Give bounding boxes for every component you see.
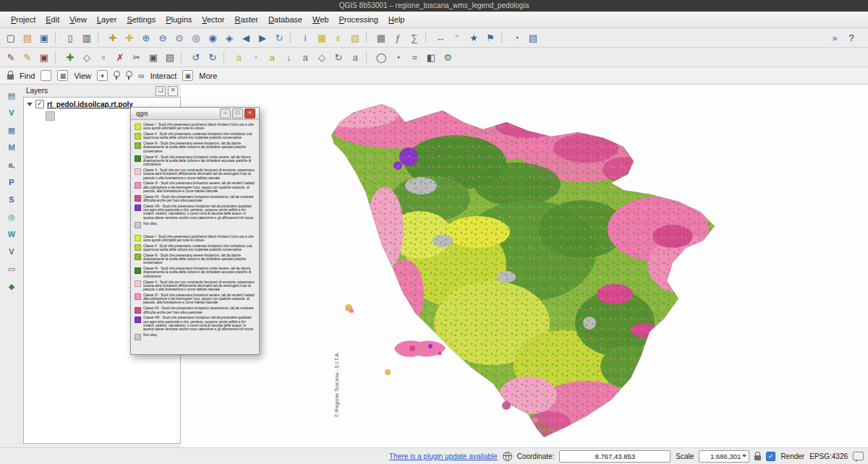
more-label[interactable]: More (199, 72, 217, 80)
map-tips-icon[interactable]: “ (449, 30, 465, 46)
pan-to-selection-icon[interactable]: ✚ (122, 30, 137, 46)
menu-layer[interactable]: Layer (92, 15, 122, 24)
show-hide-labels-icon[interactable]: a (297, 49, 313, 65)
statistical-summary-icon[interactable]: ∑ (407, 30, 422, 46)
temporal-controller-icon[interactable]: ◔ (509, 30, 524, 46)
interact-icon[interactable]: ▣ (182, 70, 193, 81)
coordinate-input[interactable] (559, 450, 671, 463)
menu-plugins[interactable]: Plugins (161, 15, 197, 24)
menu-settings[interactable]: Settings (122, 15, 161, 24)
zoom-native-icon[interactable]: ⊙ (171, 30, 187, 46)
close-button[interactable]: × (244, 108, 255, 119)
zoom-last-icon[interactable]: ◀ (238, 30, 254, 46)
menu-web[interactable]: Web (307, 15, 333, 24)
save-layer-edits-icon[interactable]: ▣ (36, 49, 52, 65)
deselect-features-icon[interactable]: ▧ (347, 30, 363, 46)
new-geopackage-layer-icon[interactable]: ◆ (3, 278, 20, 294)
zoom-out-icon[interactable]: ⊖ (155, 30, 171, 46)
pin-alt-icon[interactable] (126, 71, 132, 77)
save-project-icon[interactable]: ▣ (36, 30, 52, 46)
open-layer-styling-icon[interactable]: ◧ (423, 49, 439, 65)
move-label-icon[interactable]: ◇ (314, 49, 330, 65)
maximize-button[interactable]: □ (232, 108, 243, 119)
scale-combo[interactable]: 1:686,301 (699, 450, 749, 463)
expand-arrow-icon[interactable] (27, 103, 33, 106)
menu-raster[interactable]: Raster (229, 15, 263, 24)
map-canvas[interactable]: © Regione Toscana - S.I.T.A. (181, 85, 868, 448)
menu-help[interactable]: Help (383, 15, 410, 24)
select-features-icon[interactable]: ▦ (314, 30, 330, 46)
layer-name[interactable]: rt_pedol.idsoilcap.rt.poly (47, 100, 133, 108)
copy-features-icon[interactable]: ▣ (145, 49, 161, 65)
layer-checkbox[interactable] (35, 100, 44, 108)
add-vector-layer-icon[interactable]: V (3, 105, 20, 121)
add-delimited-text-layer-icon[interactable]: a, (3, 157, 20, 173)
new-print-layout-icon[interactable]: ▯ (62, 30, 78, 46)
measure-line-icon[interactable]: ↔ (433, 30, 448, 46)
move-feature-icon[interactable]: ◇ (79, 49, 95, 65)
add-ring-icon[interactable]: ◯ (373, 49, 389, 65)
menu-project[interactable]: Project (6, 15, 41, 24)
python-console-icon[interactable]: » (827, 30, 843, 46)
field-calculator-icon[interactable]: ƒ (390, 30, 406, 46)
pin-icon[interactable] (114, 71, 120, 77)
menu-vector[interactable]: Vector (197, 15, 229, 24)
zoom-in-icon[interactable]: ⊕ (138, 30, 154, 46)
show-bookmarks-icon[interactable]: ⚑ (482, 30, 498, 46)
highlight-pinned-labels-icon[interactable]: a (264, 49, 280, 65)
panel-close-icon[interactable]: ✕ (168, 86, 178, 96)
identify-features-icon[interactable]: i (297, 30, 313, 46)
current-edits-icon[interactable]: ✎ (3, 49, 19, 65)
minimize-button[interactable]: – (220, 108, 231, 119)
menu-edit[interactable]: Edit (41, 15, 64, 24)
plugin-update-link[interactable]: There is a plugin update available (389, 452, 498, 460)
undo-icon[interactable]: ↺ (188, 49, 204, 65)
add-spatialite-layer-icon[interactable]: S (3, 192, 20, 207)
layout-manager-icon[interactable]: ▥ (79, 30, 95, 46)
panel-options-icon[interactable]: ❏ (156, 86, 166, 96)
vertex-tool-icon[interactable]: ▫ (95, 49, 111, 65)
globe-icon[interactable] (503, 452, 512, 461)
toggle-editing-icon[interactable]: ✎ (20, 49, 35, 65)
render-checkbox[interactable] (766, 452, 775, 461)
open-data-source-manager-icon[interactable]: ▤ (3, 87, 20, 103)
pin-unpin-labels-icon[interactable]: ↓ (281, 49, 297, 65)
open-attribute-table-icon[interactable]: ▦ (373, 30, 389, 46)
layer-labeling-icon[interactable]: a (231, 49, 247, 65)
layer-diagrams-icon[interactable]: ◔ (247, 49, 263, 65)
pan-map-icon[interactable]: ✚ (105, 30, 121, 46)
processing-toolbox-icon[interactable]: ⚙ (440, 49, 456, 65)
menu-database[interactable]: Database (263, 15, 307, 24)
change-label-icon[interactable]: a (347, 49, 363, 65)
add-wms-layer-icon[interactable]: ◎ (3, 209, 20, 225)
paste-features-icon[interactable]: ▤ (162, 49, 178, 65)
menu-view[interactable]: View (64, 15, 92, 24)
link-icon[interactable]: ∞ (138, 71, 145, 81)
new-bookmark-icon[interactable]: ★ (466, 30, 482, 46)
redo-icon[interactable]: ↻ (205, 49, 221, 65)
add-wfs-layer-icon[interactable]: W (3, 226, 20, 242)
whats-this-icon[interactable]: ? (843, 30, 859, 46)
cut-features-icon[interactable]: ✂ (129, 49, 145, 65)
scale-lock-icon[interactable] (754, 455, 761, 460)
grid-icon[interactable]: ▦ (57, 70, 68, 81)
new-shapefile-layer-icon[interactable]: ▭ (3, 261, 20, 277)
zoom-to-layer-icon[interactable]: ◈ (221, 30, 237, 46)
zoom-next-icon[interactable]: ▶ (255, 30, 271, 46)
new-project-icon[interactable]: ▢ (3, 30, 19, 46)
add-feature-icon[interactable]: ✚ (62, 49, 78, 65)
add-mesh-layer-icon[interactable]: M (3, 139, 20, 155)
legend-dialog-titlebar[interactable]: qgis – □ × (131, 108, 259, 120)
add-postgis-layer-icon[interactable]: P (3, 174, 20, 190)
rotate-label-icon[interactable]: ↻ (331, 49, 346, 65)
log-messages-icon[interactable] (853, 452, 864, 460)
crs-indicator[interactable]: EPSG:4326 (809, 452, 848, 460)
find-input[interactable] (41, 70, 51, 81)
add-raster-layer-icon[interactable]: ▦ (3, 122, 20, 138)
refresh-map-icon[interactable]: ↻ (271, 30, 287, 46)
zoom-full-icon[interactable]: ◎ (188, 30, 204, 46)
open-project-icon[interactable]: ▤ (20, 30, 35, 46)
zoom-to-selection-icon[interactable]: ◉ (205, 30, 221, 46)
view-dropdown[interactable]: ▾ (97, 70, 108, 81)
add-part-icon[interactable]: ◔ (390, 49, 406, 65)
